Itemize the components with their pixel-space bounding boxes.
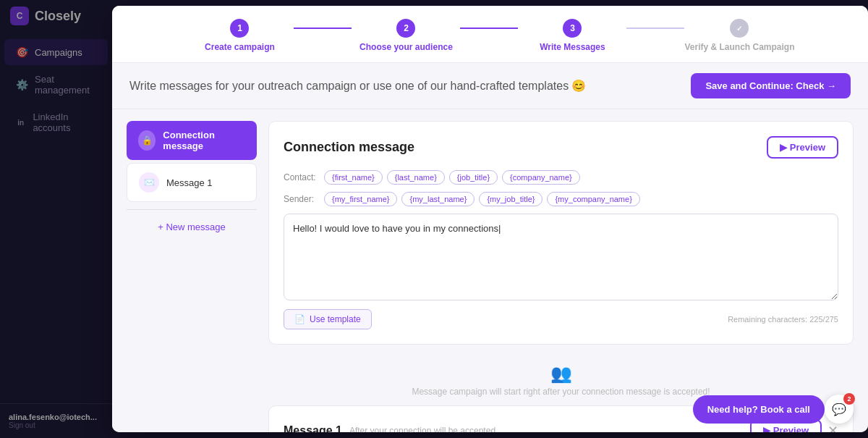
- modal-topbar: Write messages for your outreach campaig…: [112, 63, 868, 109]
- step-3-circle: 3: [563, 19, 582, 38]
- tag-my-job-title[interactable]: {my_job_title}: [479, 192, 542, 206]
- step-line-2: [460, 28, 518, 29]
- right-panel: Connection message ▶ Preview Contact: {f…: [268, 121, 854, 432]
- connection-preview-button[interactable]: ▶ Preview: [767, 136, 838, 159]
- chat-badge: 2: [843, 393, 855, 405]
- message1-subtitle: After your connection will be accepted: [349, 426, 495, 433]
- step-3-label: Write Messages: [540, 42, 605, 52]
- textarea-footer: 📄 Use template Remaining characters: 225…: [284, 309, 838, 329]
- step-4-circle: ✓: [730, 19, 749, 38]
- chat-icon: 💬: [832, 403, 846, 416]
- contact-tags-row: Contact: {first_name} {last_name} {job_t…: [284, 170, 838, 185]
- step-choose-audience: 2 Choose your audience: [352, 19, 460, 52]
- template-icon: 📄: [294, 314, 305, 324]
- step-1-label: Create campaign: [205, 42, 275, 52]
- char-count: Remaining characters: 225/275: [728, 315, 838, 324]
- connection-message-tab[interactable]: 🔒 Connection message: [127, 121, 257, 160]
- step-line-3: [626, 28, 684, 29]
- tag-my-company-name[interactable]: {my_company_name}: [547, 192, 639, 206]
- connection-tab-icon: 🔒: [138, 130, 156, 151]
- message1-title: Message 1: [284, 424, 342, 433]
- connection-message-card: Connection message ▶ Preview Contact: {f…: [268, 121, 854, 345]
- modal-body: 🔒 Connection message ✉️ Message 1 + New …: [112, 109, 868, 432]
- connection-card-header: Connection message ▶ Preview: [284, 136, 838, 159]
- step-line-1: [294, 28, 352, 29]
- step-write-messages: 3 Write Messages: [518, 19, 626, 52]
- panel-divider: [127, 209, 257, 210]
- tag-my-first-name[interactable]: {my_first_name}: [324, 192, 397, 206]
- step-verify-launch: ✓ Verify & Launch Campaign: [684, 19, 794, 52]
- help-book-call-button[interactable]: Need help? Book a call: [693, 395, 825, 424]
- campaign-info-icon: 👥: [277, 363, 845, 384]
- message1-close-button[interactable]: ✕: [827, 423, 838, 433]
- message1-tab[interactable]: ✉️ Message 1: [127, 163, 257, 202]
- sender-tags-row: Sender: {my_first_name} {my_last_name} {…: [284, 192, 838, 206]
- connection-tab-label: Connection message: [163, 130, 245, 151]
- tag-my-last-name[interactable]: {my_last_name}: [401, 192, 475, 206]
- step-create-campaign: 1 Create campaign: [185, 19, 294, 52]
- message1-tab-label: Message 1: [166, 177, 213, 188]
- tag-company-name[interactable]: {company_name}: [502, 170, 580, 185]
- step-2-circle: 2: [396, 19, 415, 38]
- message1-title-row: Message 1 After your connection will be …: [284, 424, 495, 433]
- use-template-button[interactable]: 📄 Use template: [284, 309, 372, 329]
- left-panel: 🔒 Connection message ✉️ Message 1 + New …: [127, 121, 257, 432]
- step-4-label: Verify & Launch Campaign: [684, 42, 794, 52]
- use-template-label: Use template: [310, 314, 361, 324]
- chat-button[interactable]: 💬 2: [825, 395, 854, 424]
- content-area: 🔒 Connection message ✉️ Message 1 + New …: [112, 109, 868, 432]
- sender-label: Sender:: [284, 194, 320, 204]
- connection-card-title: Connection message: [284, 140, 414, 155]
- contact-label: Contact:: [284, 172, 320, 182]
- tag-job-title[interactable]: {job_title}: [449, 170, 498, 185]
- stepper: 1 Create campaign 2 Choose your audience…: [112, 6, 868, 63]
- step-1-circle: 1: [230, 19, 249, 38]
- topbar-description: Write messages for your outreach campaig…: [129, 79, 586, 93]
- step-2-label: Choose your audience: [359, 42, 453, 52]
- message1-tab-icon: ✉️: [139, 172, 159, 193]
- tag-last-name[interactable]: {last_name}: [387, 170, 445, 185]
- campaign-modal: 1 Create campaign 2 Choose your audience…: [112, 6, 868, 432]
- connection-message-textarea[interactable]: Hello! I would love to have you in my co…: [284, 214, 838, 300]
- add-message-button[interactable]: + New message: [127, 217, 257, 237]
- save-continue-button[interactable]: Save and Continue: Check →: [691, 73, 851, 98]
- tag-first-name[interactable]: {first_name}: [324, 170, 383, 185]
